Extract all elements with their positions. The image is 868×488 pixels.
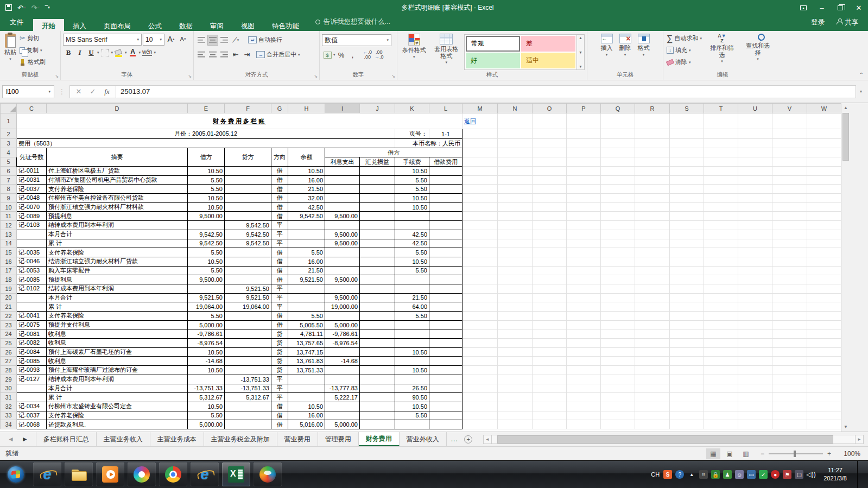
cell[interactable]: 结清浙江瑞立强力耐火材料厂货款	[47, 257, 188, 266]
row-header[interactable]: 8	[1, 185, 17, 194]
name-box[interactable]: I100▾	[2, 85, 54, 98]
cell[interactable]	[225, 167, 271, 176]
cell[interactable]	[601, 284, 635, 293]
cell[interactable]: 支付养老保险	[47, 312, 188, 321]
cell[interactable]	[533, 194, 567, 203]
cell[interactable]	[738, 411, 772, 420]
cell[interactable]: 10.50	[395, 194, 429, 203]
cell[interactable]	[498, 302, 533, 312]
number-format-combo[interactable]: 数值▾	[322, 34, 391, 46]
cell[interactable]	[635, 384, 670, 393]
cell[interactable]	[772, 293, 807, 302]
cell[interactable]	[772, 202, 807, 212]
cell[interactable]: 记-0089	[17, 212, 47, 221]
cell[interactable]	[498, 157, 533, 167]
cell[interactable]: 10.50	[188, 366, 225, 375]
cell[interactable]	[670, 312, 704, 321]
cell[interactable]	[807, 284, 841, 293]
cell[interactable]	[567, 339, 601, 348]
cell[interactable]	[635, 302, 670, 312]
underline-button[interactable]: U	[86, 47, 97, 58]
cell[interactable]	[772, 257, 807, 266]
cell[interactable]	[567, 366, 601, 375]
cell[interactable]	[807, 357, 841, 366]
cell[interactable]	[395, 375, 429, 384]
cell[interactable]: 贷	[271, 329, 288, 339]
cell[interactable]	[704, 420, 738, 429]
cell[interactable]	[567, 129, 601, 139]
cell[interactable]: 5,000.00	[188, 320, 225, 329]
cell[interactable]	[360, 420, 395, 429]
cell[interactable]	[704, 148, 738, 157]
cell[interactable]: 记-0085	[17, 357, 47, 366]
page-layout-view-button[interactable]: ▣	[723, 448, 737, 459]
cell[interactable]: 记-0093	[17, 366, 47, 375]
cell[interactable]	[704, 139, 738, 148]
cell[interactable]	[635, 113, 670, 129]
cell[interactable]: 10.50	[395, 402, 429, 411]
row-header[interactable]: 12	[1, 221, 17, 230]
tray-network-icon[interactable]: ▢	[795, 470, 803, 479]
cell[interactable]	[17, 384, 47, 393]
cell[interactable]	[225, 212, 271, 221]
cell[interactable]: 借	[271, 185, 288, 194]
cell[interactable]	[601, 113, 635, 129]
cell[interactable]	[533, 257, 567, 266]
cell[interactable]	[704, 129, 738, 139]
cell[interactable]: 5.50	[188, 312, 225, 321]
row-header[interactable]: 14	[1, 239, 17, 248]
cell[interactable]	[462, 148, 498, 157]
cell[interactable]	[601, 329, 635, 339]
cell[interactable]	[429, 329, 462, 339]
cell[interactable]	[533, 293, 567, 302]
cell[interactable]: 记-0075	[17, 320, 47, 329]
cell[interactable]	[288, 239, 325, 248]
cell[interactable]	[601, 393, 635, 402]
cell[interactable]	[225, 420, 271, 429]
subcolumn-header[interactable]: 汇兑损益	[360, 157, 395, 167]
cell[interactable]	[704, 167, 738, 176]
cell[interactable]: 9,542.50	[225, 221, 271, 230]
cell[interactable]	[772, 248, 807, 257]
cell[interactable]: 9,500.00	[325, 212, 360, 221]
cell[interactable]: 记-0102	[17, 284, 47, 293]
find-select-button[interactable]: 查找和选择▾	[741, 33, 775, 69]
cell[interactable]	[738, 320, 772, 329]
cell[interactable]: 9,521.50	[225, 293, 271, 302]
cell[interactable]: 21.50	[288, 185, 325, 194]
cell[interactable]: 5.50	[288, 248, 325, 257]
cell[interactable]: 贷	[271, 357, 288, 366]
cell[interactable]	[462, 284, 498, 293]
cancel-entry-button[interactable]: ✕	[72, 87, 85, 96]
row-header[interactable]: 9	[1, 194, 17, 203]
cell[interactable]	[635, 129, 670, 139]
cell[interactable]: 贷	[271, 366, 288, 375]
cell[interactable]: -13,751.33	[225, 384, 271, 393]
cell[interactable]	[704, 384, 738, 393]
cell[interactable]	[288, 375, 325, 384]
cell[interactable]	[533, 339, 567, 348]
cell[interactable]	[225, 312, 271, 321]
cell[interactable]: 记-0103	[17, 221, 47, 230]
cell[interactable]: 26.50	[395, 384, 429, 393]
cell[interactable]	[807, 266, 841, 275]
cell[interactable]	[17, 393, 47, 402]
taskbar-ie-button[interactable]	[191, 462, 219, 486]
account-line[interactable]: 费用（5503）	[17, 139, 395, 148]
cell[interactable]	[772, 212, 807, 221]
cell[interactable]	[601, 339, 635, 348]
zoom-in-button[interactable]: +	[827, 450, 831, 458]
cell[interactable]: 借	[271, 320, 288, 329]
gallery-more-button[interactable]: ▼	[579, 65, 582, 68]
minimize-button[interactable]: –	[813, 0, 831, 15]
zoom-slider[interactable]	[769, 453, 823, 454]
cell[interactable]	[325, 202, 360, 212]
cell[interactable]	[807, 239, 841, 248]
cell[interactable]	[738, 175, 772, 185]
cell[interactable]: 本月合计	[47, 293, 188, 302]
cell[interactable]: 10.50	[188, 257, 225, 266]
cell[interactable]	[360, 202, 395, 212]
cell[interactable]	[17, 302, 47, 312]
cell[interactable]: 记-0048	[17, 194, 47, 203]
cell[interactable]	[429, 312, 462, 321]
